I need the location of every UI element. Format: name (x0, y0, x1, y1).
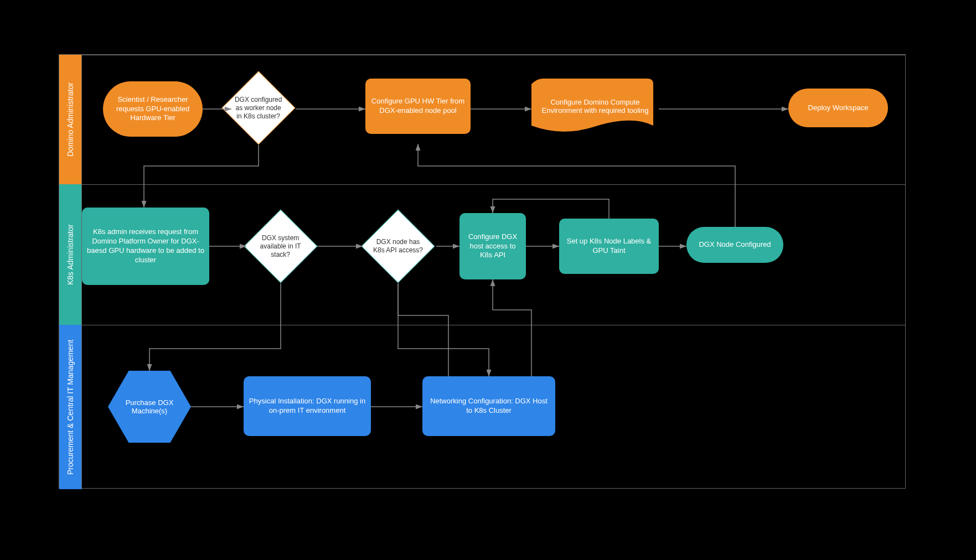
decision-dgx-configured-label: DGX configured as worker node in K8s clu… (233, 96, 284, 121)
node-dgx-configured: DGX Node Configured (686, 227, 783, 263)
node-install-dgx: Physical Installation: DGX running in on… (244, 376, 371, 436)
node-configure-dgx-host: Configure DGX host access to K8s API (459, 213, 526, 279)
node-deploy-workspace: Deploy Workspace (788, 89, 888, 127)
lane-body-domino (81, 55, 905, 184)
node-start: Scientist / Researcher requests GPU-enab… (103, 81, 203, 137)
lane-header-domino: Domino Administrator (59, 55, 81, 184)
node-k8s-request: K8s admin receives request from Domino P… (82, 208, 209, 285)
decision-dgx-api-access-label: DGX node has K8s API access? (373, 238, 424, 255)
node-network-config: Networking Configuration: DGX Host to K8… (422, 376, 555, 436)
decision-dgx-available-label: DGX system available in IT stack? (255, 234, 306, 259)
node-configure-gpu-tier: Configure GPU HW Tier from DGX-enabled n… (365, 79, 471, 134)
lane-header-it: Procurement & Central IT Management (59, 325, 81, 489)
lane-header-k8s: K8s Administrator (59, 184, 81, 325)
node-setup-labels: Set up K8s Node Labels & GPU Taint (559, 219, 659, 274)
